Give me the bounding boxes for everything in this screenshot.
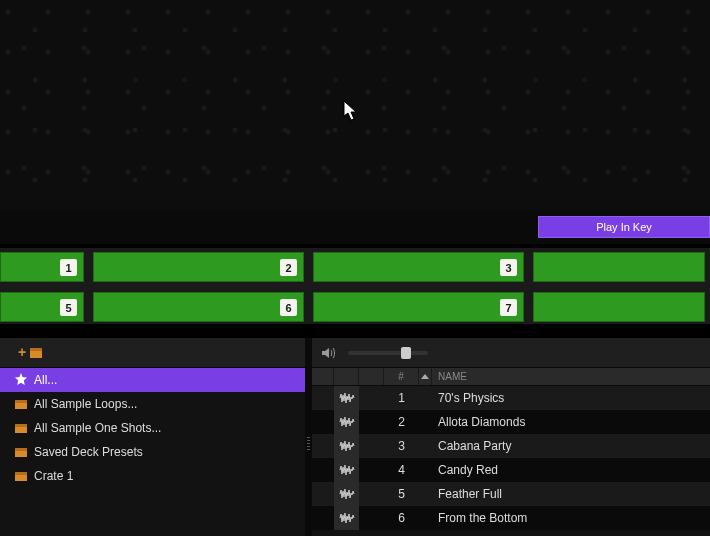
- waveform-icon: [339, 464, 355, 476]
- column-name[interactable]: NAME: [432, 368, 710, 385]
- top-bar: Play In Key: [0, 210, 710, 244]
- sidebar-item-crate-1[interactable]: Crate 1: [0, 464, 305, 488]
- cell-blank: [419, 434, 432, 458]
- cell-blank: [419, 506, 432, 530]
- cell-name: 70's Physics: [432, 386, 710, 410]
- background-texture: [0, 0, 710, 210]
- sort-asc-icon: [421, 374, 429, 379]
- cell-blank: [419, 410, 432, 434]
- waveform-icon: [339, 488, 355, 500]
- waveform-display: [0, 0, 710, 210]
- sidebar-item-label: Crate 1: [34, 469, 73, 483]
- pad-number: 2: [280, 259, 297, 276]
- cell-waveform[interactable]: [334, 410, 359, 434]
- pad-number: 3: [500, 259, 517, 276]
- column-blank[interactable]: [312, 368, 334, 385]
- pad-1[interactable]: 1: [0, 252, 84, 282]
- cell-number: 4: [384, 458, 419, 482]
- cell-number: 5: [384, 482, 419, 506]
- cell-name: Allota Diamonds: [432, 410, 710, 434]
- cell-number: 2: [384, 410, 419, 434]
- star-icon: [14, 373, 28, 387]
- cell-blank: [359, 386, 384, 410]
- sampler-pads: 1 2 3 5 6 7: [0, 248, 710, 324]
- cell-blank: [419, 386, 432, 410]
- track-panel: # NAME 170's Physics2Allota Diamonds3Cab…: [312, 338, 710, 536]
- pad-5[interactable]: 5: [0, 292, 84, 322]
- table-row[interactable]: 5Feather Full: [312, 482, 710, 506]
- cell-blank: [419, 482, 432, 506]
- crate-icon: [14, 469, 28, 483]
- column-waveform[interactable]: [334, 368, 359, 385]
- cell-name: From the Bottom: [432, 506, 710, 530]
- cell-number: 3: [384, 434, 419, 458]
- svg-rect-6: [15, 424, 27, 427]
- svg-rect-8: [15, 448, 27, 451]
- cell-blank: [359, 410, 384, 434]
- svg-rect-2: [30, 348, 42, 351]
- sidebar-item-all-sample-loops[interactable]: All Sample Loops...: [0, 392, 305, 416]
- cell-name: Candy Red: [432, 458, 710, 482]
- sidebar-item-label: All Sample One Shots...: [34, 421, 161, 435]
- pad-number: 5: [60, 299, 77, 316]
- library-panel: + All...All Sample Loops...All Sample On…: [0, 338, 710, 536]
- pad-number: 7: [500, 299, 517, 316]
- cell-number: 6: [384, 506, 419, 530]
- sidebar-item-all-sample-one-shots[interactable]: All Sample One Shots...: [0, 416, 305, 440]
- sidebar-item-label: All Sample Loops...: [34, 397, 137, 411]
- crate-icon: [14, 445, 28, 459]
- cell-waveform[interactable]: [334, 506, 359, 530]
- waveform-icon: [339, 440, 355, 452]
- play-in-key-button[interactable]: Play In Key: [538, 216, 710, 238]
- cell-name: Feather Full: [432, 482, 710, 506]
- volume-thumb[interactable]: [401, 347, 411, 359]
- cell-number: 1: [384, 386, 419, 410]
- cell-blank: [359, 482, 384, 506]
- table-header: # NAME: [312, 368, 710, 386]
- pad-number: 6: [280, 299, 297, 316]
- sidebar-item-label: All...: [34, 373, 57, 387]
- cell-blank: [312, 458, 334, 482]
- cell-waveform[interactable]: [334, 386, 359, 410]
- svg-rect-4: [15, 400, 27, 403]
- cell-waveform[interactable]: [334, 458, 359, 482]
- pad-6[interactable]: 6: [93, 292, 304, 322]
- column-sort-indicator[interactable]: [419, 368, 432, 385]
- svg-text:+: +: [18, 345, 26, 360]
- waveform-icon: [339, 416, 355, 428]
- pad-2[interactable]: 2: [93, 252, 304, 282]
- table-row[interactable]: 3Cabana Party: [312, 434, 710, 458]
- sidebar-item-all[interactable]: All...: [0, 368, 305, 392]
- table-row[interactable]: 170's Physics: [312, 386, 710, 410]
- pad-7[interactable]: 7: [313, 292, 524, 322]
- waveform-icon: [339, 512, 355, 524]
- sidebar-item-saved-deck-presets[interactable]: Saved Deck Presets: [0, 440, 305, 464]
- cell-blank: [312, 410, 334, 434]
- column-blank[interactable]: [359, 368, 384, 385]
- pad-4[interactable]: [533, 252, 705, 282]
- waveform-icon: [339, 392, 355, 404]
- add-crate-button[interactable]: +: [0, 338, 305, 368]
- column-number[interactable]: #: [384, 368, 419, 385]
- cell-waveform[interactable]: [334, 482, 359, 506]
- sidebar-item-label: Saved Deck Presets: [34, 445, 143, 459]
- table-row[interactable]: 6From the Bottom: [312, 506, 710, 530]
- speaker-icon[interactable]: [320, 345, 336, 361]
- table-row[interactable]: 2Allota Diamonds: [312, 410, 710, 434]
- crate-sidebar: + All...All Sample Loops...All Sample On…: [0, 338, 305, 536]
- svg-rect-10: [15, 472, 27, 475]
- cell-blank: [359, 458, 384, 482]
- cell-blank: [419, 458, 432, 482]
- volume-slider[interactable]: [348, 351, 428, 355]
- panel-divider[interactable]: [305, 338, 312, 536]
- cell-waveform[interactable]: [334, 434, 359, 458]
- table-row[interactable]: 4Candy Red: [312, 458, 710, 482]
- cell-blank: [312, 434, 334, 458]
- cell-blank: [359, 434, 384, 458]
- cell-blank: [312, 506, 334, 530]
- crate-icon: [14, 397, 28, 411]
- pad-8[interactable]: [533, 292, 705, 322]
- crate-icon: [14, 421, 28, 435]
- cell-name: Cabana Party: [432, 434, 710, 458]
- pad-3[interactable]: 3: [313, 252, 524, 282]
